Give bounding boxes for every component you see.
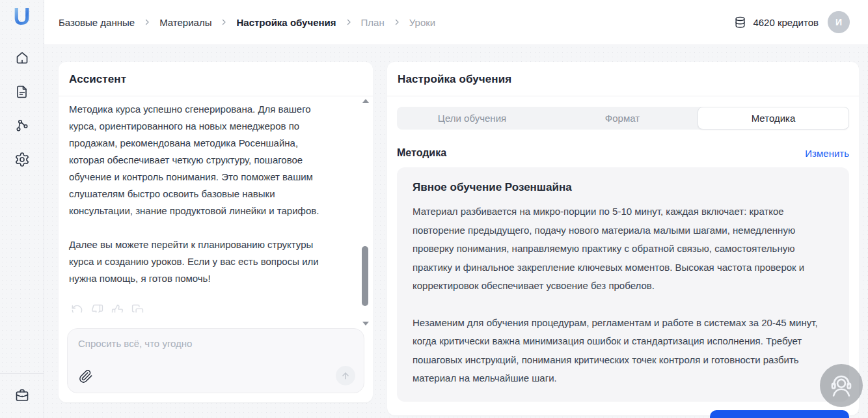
assistant-panel: Ассистент Методика курса успешно сгенери…: [59, 62, 373, 402]
methodology-section-row: Методика Изменить: [397, 147, 849, 159]
sidebar-item-documents[interactable]: [14, 83, 31, 100]
settings-icon: [14, 152, 30, 167]
sidebar-item-briefcase[interactable]: [14, 387, 31, 404]
settings-header: Настройка обучения: [387, 62, 859, 96]
breadcrumb-item-learning-setup[interactable]: Настройка обучения: [236, 17, 336, 28]
methodology-section-title: Методика: [397, 147, 446, 159]
sidebar-divider: [0, 373, 44, 374]
chevron-right-icon: [220, 18, 228, 26]
avatar[interactable]: И: [828, 11, 850, 33]
methodology-card-title: Явное обучение Розеншайна: [413, 181, 834, 194]
next-button[interactable]: Далее: [710, 410, 849, 418]
sidebar-item-flow[interactable]: [14, 117, 31, 134]
chat-input[interactable]: [78, 338, 353, 349]
message-actions: [69, 304, 353, 313]
chevron-right-icon: [393, 18, 401, 26]
content-area: Ассистент Методика курса успешно сгенери…: [44, 44, 868, 418]
briefcase-icon: [14, 387, 30, 403]
scrollbar-thumb[interactable]: [362, 246, 368, 306]
methodology-card-paragraph: Материал разбивается на микро-порции по …: [413, 202, 834, 296]
methodology-card: Явное обучение Розеншайна Материал разби…: [397, 167, 849, 402]
regenerate-icon: [71, 304, 83, 313]
actions-row: Далее: [397, 410, 849, 418]
assistant-title: Ассистент: [69, 73, 362, 86]
arrow-up-icon: [340, 370, 351, 381]
breadcrumb-item-plan[interactable]: План: [361, 17, 385, 28]
topbar-right: 4620 кредитов И: [733, 11, 850, 33]
scroll-down-arrow-icon[interactable]: [362, 322, 369, 326]
settings-panel: Настройка обучения Цели обучения Формат …: [387, 62, 859, 415]
tab-methodology[interactable]: Методика: [698, 107, 849, 130]
breadcrumb: Базовые данные Материалы Настройка обуче…: [59, 17, 435, 28]
sidebar-item-home[interactable]: [14, 49, 31, 66]
scroll-up-arrow-icon[interactable]: [362, 99, 369, 103]
assistant-message-paragraph: Далее вы можете перейти к планированию с…: [69, 236, 324, 287]
copy-icon: [131, 304, 144, 313]
settings-body: Цели обучения Формат Методика Методика И…: [387, 96, 859, 418]
settings-title: Настройка обучения: [398, 73, 848, 86]
thumbs-down-button[interactable]: [90, 304, 103, 313]
thumbs-down-icon: [91, 304, 103, 313]
sidebar-bottom: [0, 373, 44, 418]
coins-icon: [733, 16, 747, 29]
breadcrumb-item-materials[interactable]: Материалы: [159, 17, 211, 28]
credits-label: 4620 кредитов: [753, 17, 819, 28]
main-column: Базовые данные Материалы Настройка обуче…: [44, 0, 868, 418]
flow-icon: [14, 118, 30, 133]
credits-badge[interactable]: 4620 кредитов: [733, 16, 819, 29]
home-icon: [14, 50, 30, 66]
sidebar: U: [0, 0, 44, 418]
tab-bar: Цели обучения Формат Методика: [397, 107, 849, 130]
sidebar-item-settings[interactable]: [14, 151, 31, 168]
methodology-card-paragraph: Незаменим для обучения процедурам, регла…: [413, 314, 834, 388]
breadcrumb-item-base-data[interactable]: Базовые данные: [59, 17, 135, 28]
documents-icon: [14, 84, 30, 100]
top-header: Базовые данные Материалы Настройка обуче…: [44, 0, 868, 44]
edit-link[interactable]: Изменить: [805, 148, 849, 159]
attach-button[interactable]: [78, 369, 94, 385]
sidebar-nav: [14, 49, 31, 168]
thumbs-up-icon: [111, 304, 124, 313]
paperclip-icon: [79, 369, 93, 383]
tab-format[interactable]: Формат: [547, 107, 698, 130]
chat-scrollbar[interactable]: [361, 98, 369, 326]
send-button[interactable]: [336, 366, 355, 385]
tab-learning-goals[interactable]: Цели обучения: [397, 107, 547, 130]
thumbs-up-button[interactable]: [111, 304, 124, 313]
support-widget[interactable]: [820, 364, 863, 407]
chevron-right-icon: [143, 18, 151, 26]
breadcrumb-item-lessons[interactable]: Уроки: [409, 17, 435, 28]
assistant-header: Ассистент: [59, 62, 373, 96]
assistant-message-paragraph: Методика курса успешно сгенерирована. Дл…: [69, 101, 324, 219]
headset-icon: [828, 372, 855, 399]
copy-button[interactable]: [131, 304, 144, 313]
chat-scroll-area[interactable]: Методика курса успешно сгенерирована. Дл…: [59, 96, 373, 328]
chevron-right-icon: [345, 18, 353, 26]
app-logo[interactable]: U: [14, 5, 31, 29]
chat-input-box: [67, 328, 364, 393]
app-root: U Базовые данные: [0, 0, 868, 418]
regenerate-button[interactable]: [70, 304, 83, 313]
